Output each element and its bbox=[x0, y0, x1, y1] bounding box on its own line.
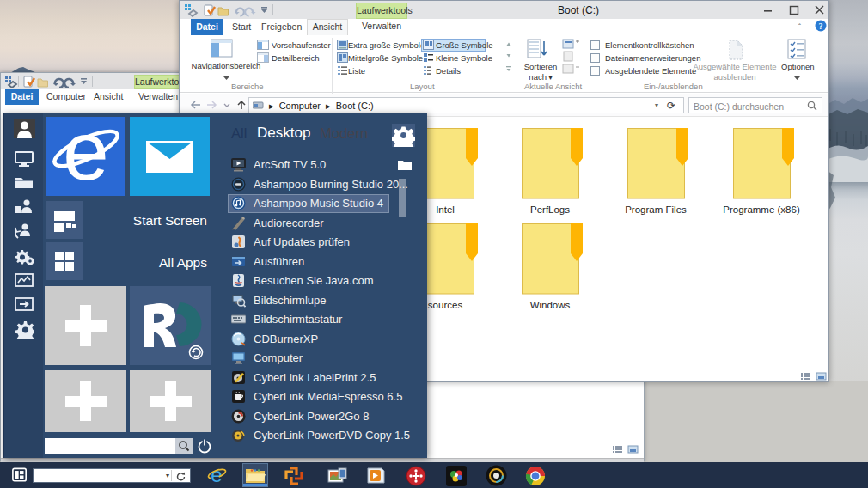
svg-text:e: e bbox=[63, 117, 108, 196]
svg-text:?: ? bbox=[819, 21, 823, 31]
